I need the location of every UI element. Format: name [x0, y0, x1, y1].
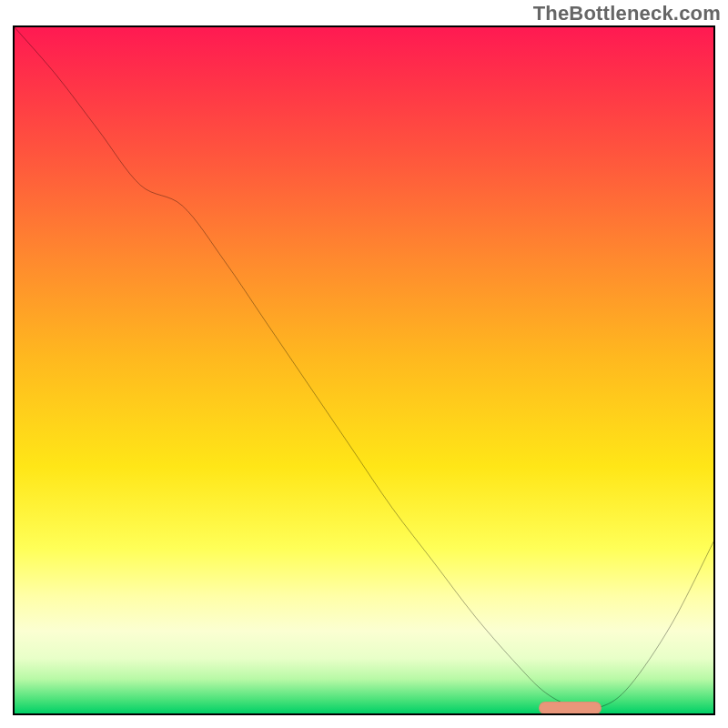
curve-layer — [15, 27, 713, 713]
chart-stage: TheBottleneck.com — [0, 0, 728, 728]
watermark-text: TheBottleneck.com — [533, 2, 721, 25]
optimal-range-marker — [539, 702, 602, 714]
bottleneck-curve — [15, 27, 713, 709]
plot-frame — [13, 25, 715, 715]
